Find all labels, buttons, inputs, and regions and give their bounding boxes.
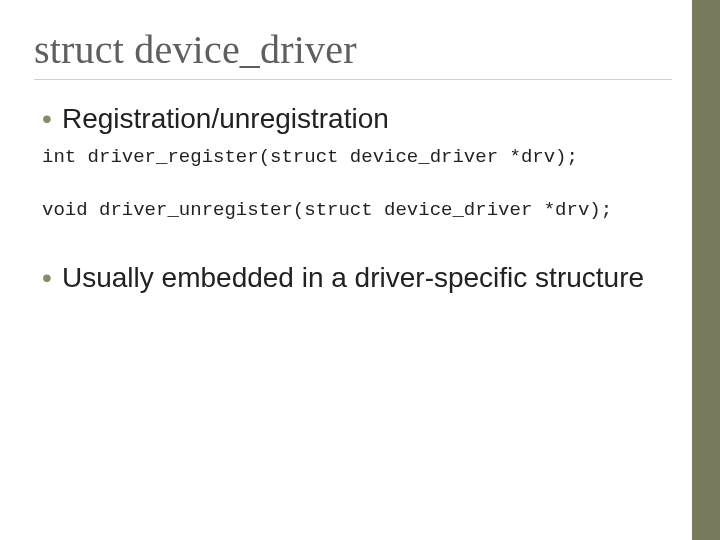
code-line: void driver_unregister(struct device_dri… (42, 199, 672, 223)
bullet-item-embedded: Usually embedded in a driver-specific st… (42, 261, 672, 295)
bullet-list: Registration/unregistration (34, 102, 672, 136)
slide-title: struct device_driver (34, 26, 672, 73)
spacer (34, 229, 672, 261)
slide: struct device_driver Registration/unregi… (0, 0, 720, 540)
code-line: int driver_register(struct device_driver… (42, 146, 672, 170)
bullet-text: Usually embedded in a driver-specific st… (62, 262, 644, 293)
spacer (34, 175, 672, 193)
bullet-text: Registration/unregistration (62, 103, 389, 134)
bullet-list: Usually embedded in a driver-specific st… (34, 261, 672, 295)
right-accent-bar (692, 0, 720, 540)
slide-content: struct device_driver Registration/unregi… (34, 26, 672, 305)
bullet-item-registration: Registration/unregistration (42, 102, 672, 136)
title-divider (34, 79, 672, 80)
